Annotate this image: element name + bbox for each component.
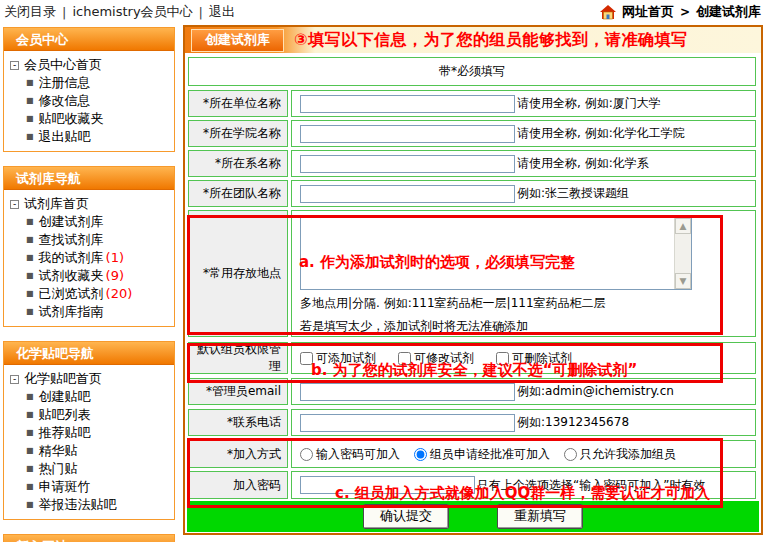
- sidebar-item-featured-posts[interactable]: ■ 精华贴: [10, 442, 172, 460]
- unit-name-row: *所在单位名称 请使用全称, 例如:厦门大学: [188, 90, 756, 117]
- breadcrumb-current: 创建试剂库: [696, 3, 761, 21]
- department-name-hint: 请使用全称, 例如:化学系: [517, 155, 649, 172]
- sidebar-item-modify-info[interactable]: ■ 修改信息: [10, 92, 172, 110]
- create-form: 带*必须填写 *所在单位名称 请使用全称, 例如:厦门大学 *所在学院名称 请使…: [185, 53, 761, 533]
- count-badge: (1): [106, 249, 124, 267]
- sidebar-item-label: 退出贴吧: [39, 128, 91, 146]
- sidebar-item-label: 试剂库指南: [39, 303, 104, 321]
- bullet-icon: ■: [26, 231, 34, 249]
- phone-input[interactable]: [300, 414, 515, 432]
- admin-email-input[interactable]: [300, 383, 515, 401]
- sidebar-item-label: 申请斑竹: [39, 478, 91, 496]
- sidebar-item-label: 创建贴吧: [39, 388, 91, 406]
- sidebar-item-reagent-guide[interactable]: ■ 试剂库指南: [10, 303, 172, 321]
- sidebar-item-label: 贴吧收藏夹: [39, 110, 104, 128]
- member-center-link[interactable]: ichemistry会员中心: [72, 3, 192, 21]
- create-reagent-lib-panel: 创建试剂库 ③填写以下信息，为了您的组员能够找到，请准确填写 带*必须填写 *所…: [183, 25, 763, 535]
- sidebar-item-tieba-favorites[interactable]: ■ 贴吧收藏夹: [10, 110, 172, 128]
- bullet-icon: ■: [26, 460, 34, 478]
- sidebar-item-exit-tieba[interactable]: ■ 退出贴吧: [10, 128, 172, 146]
- collapse-icon[interactable]: -: [10, 61, 19, 70]
- college-name-label: *所在学院名称: [188, 120, 288, 147]
- sidebar-item-create-reagent-lib[interactable]: ■ 创建试剂库: [10, 213, 172, 231]
- perm-modify-option[interactable]: 可修改试剂: [398, 350, 474, 367]
- join-by-owner-option[interactable]: 只允许我添加组员: [564, 446, 676, 463]
- scroll-down-icon[interactable]: ▼: [675, 273, 691, 289]
- unit-name-hint: 请使用全称, 例如:厦门大学: [517, 95, 661, 112]
- join-method-label: *加入方式: [188, 440, 288, 468]
- collapse-icon[interactable]: -: [10, 375, 19, 384]
- sidebar-root-label: 化学贴吧首页: [24, 370, 102, 388]
- main-header: 创建试剂库 ③填写以下信息，为了您的组员能够找到，请准确填写: [185, 27, 761, 53]
- college-name-input[interactable]: [300, 125, 515, 143]
- perm-delete-checkbox[interactable]: [496, 352, 509, 365]
- perm-add-checkbox[interactable]: [300, 352, 313, 365]
- sidebar-item-tieba-home[interactable]: - 化学贴吧首页: [10, 370, 172, 388]
- perm-delete-option[interactable]: 可删除试剂: [496, 350, 572, 367]
- permissions-row: 默认组员权限管理 可添加试剂 可修改试剂 可删除试剂: [188, 342, 756, 374]
- bullet-icon: ■: [26, 213, 34, 231]
- join-by-password-option[interactable]: 输入密码可加入: [300, 446, 400, 463]
- department-name-row: *所在系名称 请使用全称, 例如:化学系: [188, 150, 756, 177]
- perm-add-label: 可添加试剂: [316, 350, 376, 367]
- submit-button[interactable]: 确认提交: [363, 504, 449, 529]
- bullet-icon: ■: [26, 285, 34, 303]
- close-directory-link[interactable]: 关闭目录: [4, 3, 56, 21]
- team-name-hint: 例如:张三教授课题组: [517, 185, 629, 202]
- department-name-input[interactable]: [300, 155, 515, 173]
- permissions-label: 默认组员权限管理: [188, 342, 288, 374]
- sidebar-item-member-home[interactable]: - 会员中心首页: [10, 56, 172, 74]
- storage-location-row: *常用存放地点 ▲ ▼ 多地点用|分隔. 例如:111室药品柜一层|111室药品…: [188, 210, 756, 337]
- sidebar-item-create-tieba[interactable]: ■ 创建贴吧: [10, 388, 172, 406]
- join-password-input[interactable]: [300, 476, 475, 494]
- bullet-icon: ■: [26, 303, 34, 321]
- sidebar-item-find-reagent-lib[interactable]: ■ 查找试剂库: [10, 231, 172, 249]
- join-by-password-radio[interactable]: [300, 448, 313, 461]
- sidebar-item-report-illegal[interactable]: ■ 举报违法贴吧: [10, 496, 172, 514]
- breadcrumb-arrow-icon: >: [680, 5, 690, 19]
- sidebar-item-tieba-list[interactable]: ■ 贴吧列表: [10, 406, 172, 424]
- submit-bar: 确认提交 重新填写: [187, 501, 759, 532]
- sidebar-panel-title: 新入网站Top10: [4, 535, 174, 542]
- storage-location-label: *常用存放地点: [188, 210, 288, 337]
- scroll-up-icon[interactable]: ▲: [675, 218, 691, 234]
- join-by-approval-radio[interactable]: [414, 448, 427, 461]
- sidebar-panel-reagent-nav: 试剂库导航 - 试剂库首页 ■ 创建试剂库 ■ 查找试剂库 ■ 我的试剂库 (1…: [3, 166, 175, 327]
- unit-name-input[interactable]: [300, 95, 515, 113]
- sidebar-item-reagent-favorites[interactable]: ■ 试剂收藏夹 (9): [10, 267, 172, 285]
- breadcrumb-home-link[interactable]: 网址首页: [622, 3, 674, 21]
- bullet-icon: ■: [26, 110, 34, 128]
- sidebar-item-label: 我的试剂库: [39, 249, 104, 267]
- sidebar-item-hot-posts[interactable]: ■ 热门贴: [10, 460, 172, 478]
- storage-location-textarea[interactable]: ▲ ▼: [300, 217, 692, 290]
- join-method-row: *加入方式 输入密码可加入 组员申请经批准可加入 只允许我添加组员: [188, 440, 756, 468]
- storage-hint-2: 若是填写太少，添加试剂时将无法准确添加: [300, 316, 528, 336]
- join-by-owner-radio[interactable]: [564, 448, 577, 461]
- logout-link[interactable]: 退出: [209, 3, 235, 21]
- sidebar-item-viewed-reagents[interactable]: ■ 已浏览试剂 (20): [10, 285, 172, 303]
- separator: |: [62, 5, 66, 20]
- sidebar-item-apply-moderator[interactable]: ■ 申请斑竹: [10, 478, 172, 496]
- textarea-scrollbar[interactable]: ▲ ▼: [674, 218, 691, 289]
- tab-create-reagent-lib[interactable]: 创建试剂库: [191, 29, 284, 52]
- sidebar-item-my-reagent-lib[interactable]: ■ 我的试剂库 (1): [10, 249, 172, 267]
- top-links: 关闭目录 | ichemistry会员中心 | 退出: [4, 3, 235, 21]
- admin-email-label: *管理员email: [188, 378, 288, 405]
- bullet-icon: ■: [26, 92, 34, 110]
- sidebar-panel-title: 会员中心: [4, 28, 174, 51]
- perm-add-option[interactable]: 可添加试剂: [300, 350, 376, 367]
- admin-email-row: *管理员email 例如:admin@ichemistry.cn: [188, 378, 756, 405]
- reset-button[interactable]: 重新填写: [497, 504, 583, 529]
- collapse-icon[interactable]: -: [10, 200, 19, 209]
- bullet-icon: ■: [26, 249, 34, 267]
- sidebar-item-reagent-home[interactable]: - 试剂库首页: [10, 195, 172, 213]
- perm-modify-checkbox[interactable]: [398, 352, 411, 365]
- sidebar-item-register-info[interactable]: ■ 注册信息: [10, 74, 172, 92]
- count-badge: (9): [106, 267, 124, 285]
- team-name-input[interactable]: [300, 185, 515, 203]
- sidebar-panel-member: 会员中心 - 会员中心首页 ■ 注册信息 ■ 修改信息 ■ 贴吧收藏夹 ■ 退出…: [3, 27, 175, 152]
- join-by-approval-option[interactable]: 组员申请经批准可加入: [414, 446, 550, 463]
- sidebar-item-recommended-tieba[interactable]: ■ 推荐贴吧: [10, 424, 172, 442]
- bullet-icon: ■: [26, 496, 34, 514]
- sidebar: 会员中心 - 会员中心首页 ■ 注册信息 ■ 修改信息 ■ 贴吧收藏夹 ■ 退出…: [3, 27, 175, 542]
